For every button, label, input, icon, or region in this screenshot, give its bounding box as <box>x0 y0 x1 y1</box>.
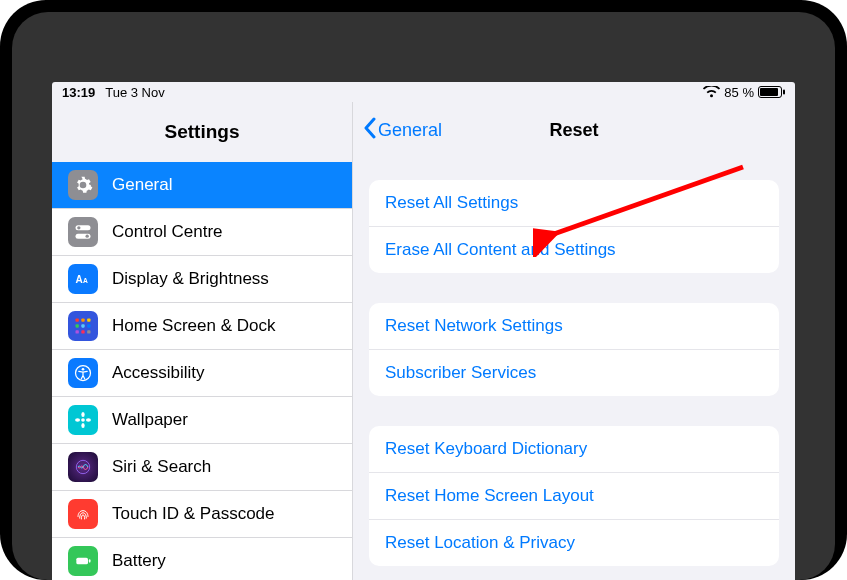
sidebar-item-label: Display & Brightness <box>112 269 269 289</box>
svg-rect-13 <box>81 324 84 327</box>
svg-rect-14 <box>87 324 90 327</box>
option-reset-keyboard[interactable]: Reset Keyboard Dictionary <box>369 426 779 473</box>
status-date: Tue 3 Nov <box>105 85 165 100</box>
option-label: Reset Location & Privacy <box>385 533 575 552</box>
battery-percent: 85 % <box>724 85 754 100</box>
svg-rect-27 <box>89 559 91 562</box>
option-reset-location-privacy[interactable]: Reset Location & Privacy <box>369 520 779 566</box>
sidebar-item-label: Control Centre <box>112 222 223 242</box>
svg-point-20 <box>81 418 85 422</box>
option-label: Reset Home Screen Layout <box>385 486 594 505</box>
svg-rect-1 <box>760 88 778 96</box>
option-group: Reset Network Settings Subscriber Servic… <box>369 303 779 396</box>
sidebar-item-siri-search[interactable]: Siri & Search <box>52 444 352 491</box>
svg-point-6 <box>86 235 89 238</box>
svg-rect-17 <box>87 330 90 333</box>
sidebar-item-label: Siri & Search <box>112 457 211 477</box>
option-erase-all-content[interactable]: Erase All Content and Settings <box>369 227 779 273</box>
chevron-left-icon <box>363 117 376 144</box>
status-time: 13:19 <box>62 85 95 100</box>
svg-point-19 <box>82 368 85 371</box>
sidebar-item-label: Battery <box>112 551 166 571</box>
option-group: Reset All Settings Erase All Content and… <box>369 180 779 273</box>
sidebar-item-label: Home Screen & Dock <box>112 316 275 336</box>
svg-point-21 <box>81 412 84 417</box>
sidebar-item-general[interactable]: General <box>52 162 352 209</box>
siri-icon <box>68 452 98 482</box>
option-reset-all-settings[interactable]: Reset All Settings <box>369 180 779 227</box>
sidebar-item-home-screen-dock[interactable]: Home Screen & Dock <box>52 303 352 350</box>
sidebar-title: Settings <box>165 121 240 143</box>
sidebar-item-accessibility[interactable]: Accessibility <box>52 350 352 397</box>
sidebar-item-touchid-passcode[interactable]: Touch ID & Passcode <box>52 491 352 538</box>
svg-point-22 <box>81 423 84 428</box>
option-reset-network[interactable]: Reset Network Settings <box>369 303 779 350</box>
wifi-icon <box>703 86 720 98</box>
svg-point-24 <box>86 418 91 421</box>
sidebar-item-label: Touch ID & Passcode <box>112 504 275 524</box>
svg-rect-2 <box>783 90 785 95</box>
sidebar-item-battery[interactable]: Battery <box>52 538 352 580</box>
back-button[interactable]: General <box>363 117 442 144</box>
gear-icon <box>68 170 98 200</box>
detail-title: Reset <box>549 120 598 141</box>
sidebar-list: General Control Centre AA <box>52 162 352 580</box>
accessibility-icon <box>68 358 98 388</box>
sidebar: Settings General <box>52 102 352 580</box>
status-bar: 13:19 Tue 3 Nov 85 % <box>52 82 795 102</box>
sidebar-item-display-brightness[interactable]: AA Display & Brightness <box>52 256 352 303</box>
option-label: Erase All Content and Settings <box>385 240 616 259</box>
detail-pane: General Reset Reset All Settings Erase A… <box>352 102 795 580</box>
sidebar-header: Settings <box>52 102 352 162</box>
option-reset-home-screen[interactable]: Reset Home Screen Layout <box>369 473 779 520</box>
svg-point-23 <box>75 418 80 421</box>
svg-rect-9 <box>76 319 79 322</box>
option-label: Subscriber Services <box>385 363 536 382</box>
option-groups: Reset All Settings Erase All Content and… <box>353 160 795 580</box>
svg-rect-26 <box>76 558 88 565</box>
option-label: Reset Keyboard Dictionary <box>385 439 587 458</box>
switches-icon <box>68 217 98 247</box>
status-right: 85 % <box>703 85 785 100</box>
option-label: Reset Network Settings <box>385 316 563 335</box>
battery-icon <box>758 86 785 98</box>
svg-text:A: A <box>83 277 88 284</box>
device-frame: 13:19 Tue 3 Nov 85 % Setti <box>0 0 847 580</box>
text-size-icon: AA <box>68 264 98 294</box>
fingerprint-icon <box>68 499 98 529</box>
device-inner: 13:19 Tue 3 Nov 85 % Setti <box>12 12 835 580</box>
svg-point-4 <box>77 226 80 229</box>
flower-icon <box>68 405 98 435</box>
split-view: Settings General <box>52 102 795 580</box>
battery-settings-icon <box>68 546 98 576</box>
sidebar-item-label: Accessibility <box>112 363 205 383</box>
option-subscriber-services[interactable]: Subscriber Services <box>369 350 779 396</box>
option-label: Reset All Settings <box>385 193 518 212</box>
option-group: Reset Keyboard Dictionary Reset Home Scr… <box>369 426 779 566</box>
svg-rect-12 <box>76 324 79 327</box>
sidebar-item-label: General <box>112 175 172 195</box>
status-left: 13:19 Tue 3 Nov <box>62 85 165 100</box>
apps-grid-icon <box>68 311 98 341</box>
svg-rect-10 <box>81 319 84 322</box>
sidebar-item-control-centre[interactable]: Control Centre <box>52 209 352 256</box>
svg-rect-15 <box>76 330 79 333</box>
sidebar-item-label: Wallpaper <box>112 410 188 430</box>
screen: 13:19 Tue 3 Nov 85 % Setti <box>52 82 795 580</box>
back-label: General <box>378 120 442 141</box>
sidebar-item-wallpaper[interactable]: Wallpaper <box>52 397 352 444</box>
svg-text:A: A <box>76 274 83 285</box>
detail-header: General Reset <box>353 102 795 160</box>
svg-rect-16 <box>81 330 84 333</box>
svg-rect-11 <box>87 319 90 322</box>
